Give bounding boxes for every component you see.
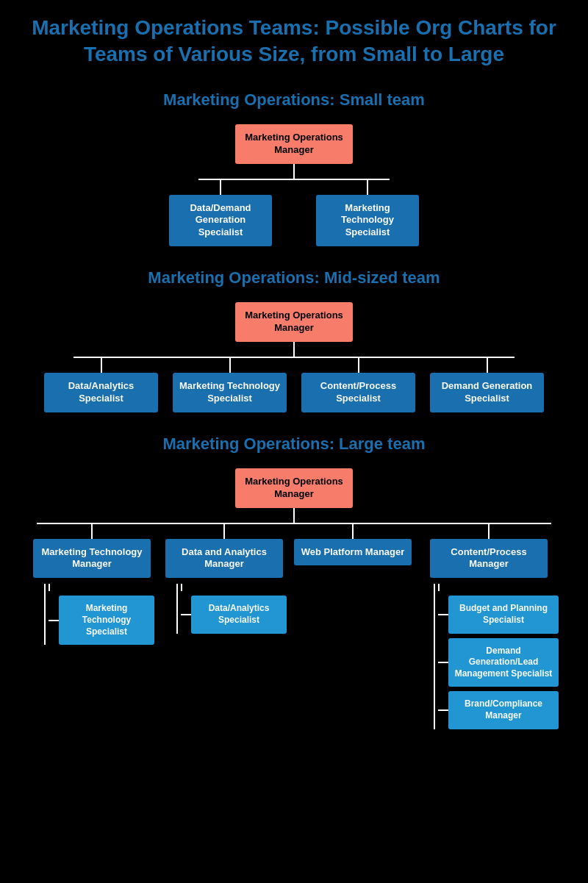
large-manager-4-subs-wrap: Budget and Planning Specialist Demand Ge… [419,584,559,729]
large-m1-sub-1-box: Marketing Technology Specialist [59,596,154,645]
large-manager-1-v [91,524,93,539]
large-children-row: Marketing Technology Manager Marketing T… [15,524,573,729]
small-children-row: Data/Demand Generation Specialist Market… [169,180,419,247]
small-org-chart: Marketing Operations Manager Data/Demand… [7,124,581,246]
large-manager-4-box: Content/Process Manager [430,539,548,579]
mid-child-4-box: Demand Generation Specialist [430,373,544,412]
large-team-title: Marketing Operations: Large team [7,435,581,454]
large-org-chart: Marketing Operations Manager Marketing T… [7,468,581,729]
large-m2-sub-h-line [181,614,191,615]
small-root-label: Marketing Operations Manager [245,132,343,155]
large-manager-1-subs-wrap: Marketing Technology Specialist [29,584,154,645]
mid-children-row: Data/Analytics Specialist Marketing Tech… [29,358,559,412]
large-m1-sub-row: Marketing Technology Specialist [49,596,154,645]
large-manager-2-col: Data and Analytics Manager Data/Analytic… [162,524,287,729]
mid-team-title: Marketing Operations: Mid-sized team [7,268,581,287]
large-manager-1-box: Marketing Technology Manager [33,539,151,579]
large-m4-sub-row-2: Demand Generation/Lead Management Specia… [438,638,559,687]
large-m2-sub-spacer [181,584,182,591]
large-root-label: Marketing Operations Manager [245,476,343,499]
mid-root-box: Marketing Operations Manager [235,302,353,342]
mid-team-section: Marketing Operations: Mid-sized team Mar… [7,268,581,412]
mid-child-3-connector [358,358,359,373]
large-manager-2-v [223,524,225,539]
mid-child-2: Marketing Technology Specialist [173,358,287,412]
large-m2-sub-1-box: Data/Analytics Specialist [191,596,287,633]
large-m4-sub-3-box: Brand/Compliance Manager [448,691,559,729]
large-m1-subs: Marketing Technology Specialist [46,584,154,645]
small-child-1-connector [220,180,221,195]
large-m2-sub-row: Data/Analytics Specialist [181,596,287,633]
small-child-2-box: Marketing Technology Specialist [316,195,419,247]
large-m4-sub-row-1: Budget and Planning Specialist [438,596,559,633]
large-m4-spacer1 [438,584,440,591]
small-child-2: Marketing Technology Specialist [316,180,419,247]
large-manager-2-subs-wrap: Data/Analytics Specialist [162,584,287,633]
large-manager-3-v [352,524,354,539]
small-child-2-connector [367,180,368,195]
main-title: Marketing Operations Teams: Possible Org… [7,15,581,68]
mid-child-4: Demand Generation Specialist [430,358,544,412]
mid-org-chart: Marketing Operations Manager Data/Analyt… [7,302,581,412]
large-m4-sub-row-3: Brand/Compliance Manager [438,691,559,729]
large-m4-sub-2-box: Demand Generation/Lead Management Specia… [448,638,559,687]
mid-child-4-connector [487,358,488,373]
mid-child-2-connector [229,358,231,373]
page: Marketing Operations Teams: Possible Org… [0,0,588,773]
large-m4-sub-1-box: Budget and Planning Specialist [448,596,559,633]
mid-child-2-box: Marketing Technology Specialist [173,373,287,412]
mid-child-3: Content/Process Specialist [301,358,415,412]
large-m4-subs: Budget and Planning Specialist Demand Ge… [435,584,559,729]
small-child-1: Data/Demand Generation Specialist [169,180,272,247]
large-root-box: Marketing Operations Manager [235,468,353,508]
large-manager-1-col: Marketing Technology Manager Marketing T… [29,524,154,729]
small-team-title: Marketing Operations: Small team [7,90,581,110]
large-m2-subs: Data/Analytics Specialist [178,584,287,633]
large-m4-h3 [438,709,448,711]
large-manager-4-col: Content/Process Manager Budget and Plann… [419,524,559,729]
small-root-connector [293,164,295,179]
large-m1-sub-h [49,584,50,591]
small-root-box: Marketing Operations Manager [235,124,353,164]
large-manager-3-box: Web Platform Manager [294,539,412,566]
mid-child-1: Data/Analytics Specialist [44,358,158,412]
large-manager-4-v [488,524,490,539]
large-m4-h1 [438,614,448,615]
large-manager-3-col: Web Platform Manager [294,524,412,729]
large-manager-2-box: Data and Analytics Manager [165,539,283,579]
mid-child-3-box: Content/Process Specialist [301,373,415,412]
large-team-section: Marketing Operations: Large team Marketi… [7,435,581,729]
large-root-connector [293,508,295,523]
large-m4-h2 [438,662,448,663]
mid-root-label: Marketing Operations Manager [245,310,343,333]
small-team-section: Marketing Operations: Small team Marketi… [7,90,581,246]
large-m1-sub-h-line [49,620,59,621]
mid-root-connector [293,342,295,357]
mid-child-1-connector [101,358,102,373]
mid-child-1-box: Data/Analytics Specialist [44,373,158,412]
small-child-1-box: Data/Demand Generation Specialist [169,195,272,247]
